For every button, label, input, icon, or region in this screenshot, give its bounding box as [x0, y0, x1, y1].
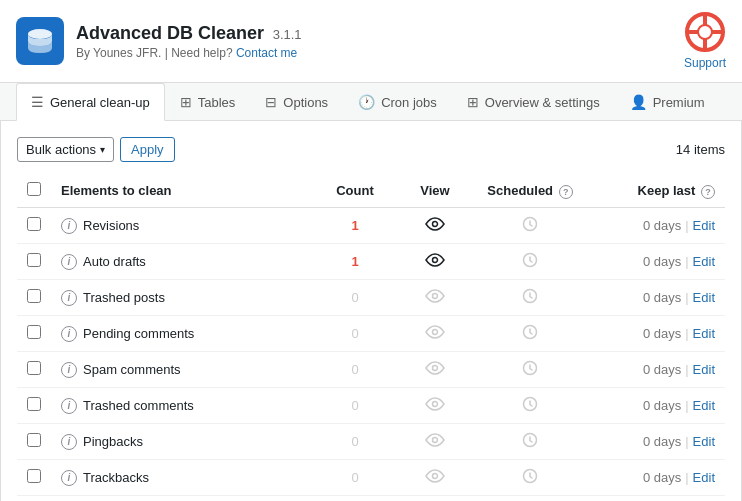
elements-table: Elements to clean Count View Scheduled ?… [17, 174, 725, 496]
row-checkbox-cell [17, 424, 51, 460]
separator-revisions: | [685, 218, 688, 233]
keep-last-help-icon[interactable]: ? [701, 185, 715, 199]
info-icon-pending-comments[interactable]: i [61, 326, 77, 342]
element-name-cell: i Trashed posts [51, 280, 315, 316]
tab-general-clean-up[interactable]: ☰ General clean-up [16, 83, 165, 121]
app-header: Advanced DB Cleaner 3.1.1 By Younes JFR.… [0, 0, 742, 83]
cron-clock-icon: 🕐 [358, 94, 375, 110]
info-icon-trackbacks[interactable]: i [61, 470, 77, 486]
info-icon-spam-comments[interactable]: i [61, 362, 77, 378]
tab-cron-jobs[interactable]: 🕐 Cron jobs [343, 83, 452, 121]
svg-point-15 [433, 474, 438, 479]
lifebuoy-icon [685, 12, 725, 52]
info-icon-trashed-comments[interactable]: i [61, 398, 77, 414]
row-checkbox-cell [17, 388, 51, 424]
info-icon-pingbacks[interactable]: i [61, 434, 77, 450]
view-cell-spam-comments [395, 352, 475, 388]
apply-button[interactable]: Apply [120, 137, 175, 162]
keep-days-auto-drafts: 0 days [643, 254, 681, 269]
edit-link-pingbacks[interactable]: Edit [693, 434, 715, 449]
app-logo-icon [16, 17, 64, 65]
contact-link[interactable]: Contact me [236, 46, 297, 60]
info-icon-trashed-posts[interactable]: i [61, 290, 77, 306]
element-name-cell: i Spam comments [51, 352, 315, 388]
app-title-group: Advanced DB Cleaner 3.1.1 By Younes JFR.… [76, 23, 302, 60]
edit-link-pending-comments[interactable]: Edit [693, 326, 715, 341]
row-checkbox-trashed-comments[interactable] [27, 397, 41, 411]
keep-last-cell-pingbacks: 0 days | Edit [585, 424, 725, 460]
table-header-row: Elements to clean Count View Scheduled ?… [17, 174, 725, 208]
svg-point-7 [433, 330, 438, 335]
tab-premium[interactable]: 👤 Premium [615, 83, 720, 121]
bulk-actions-dropdown[interactable]: Bulk actions ▾ [17, 137, 114, 162]
tab-overview-settings[interactable]: ⊞ Overview & settings [452, 83, 615, 121]
edit-link-trashed-posts[interactable]: Edit [693, 290, 715, 305]
scheduled-cell-trashed-posts[interactable] [475, 280, 585, 316]
scheduled-cell-trashed-comments[interactable] [475, 388, 585, 424]
info-icon-auto-drafts[interactable]: i [61, 254, 77, 270]
scheduled-cell-spam-comments[interactable] [475, 352, 585, 388]
svg-point-9 [433, 366, 438, 371]
keep-days-trashed-posts: 0 days [643, 290, 681, 305]
row-checkbox-spam-comments[interactable] [27, 361, 41, 375]
select-all-checkbox[interactable] [27, 182, 41, 196]
scheduled-cell-trackbacks[interactable] [475, 460, 585, 496]
app-info: Advanced DB Cleaner 3.1.1 By Younes JFR.… [16, 17, 302, 65]
separator-trashed-comments: | [685, 398, 688, 413]
view-cell-revisions[interactable] [395, 208, 475, 244]
count-value-pending-comments: 0 [351, 326, 358, 341]
row-checkbox-auto-drafts[interactable] [27, 253, 41, 267]
options-icon: ⊟ [265, 94, 277, 110]
scheduled-cell-auto-drafts[interactable] [475, 244, 585, 280]
view-cell-pingbacks [395, 424, 475, 460]
count-value-auto-drafts: 1 [351, 254, 358, 269]
grid-icon: ⊞ [467, 94, 479, 110]
row-checkbox-pending-comments[interactable] [27, 325, 41, 339]
keep-last-header: Keep last ? [585, 174, 725, 208]
row-checkbox-trashed-posts[interactable] [27, 289, 41, 303]
element-name-cell: i Trashed comments [51, 388, 315, 424]
view-cell-auto-drafts[interactable] [395, 244, 475, 280]
scheduled-cell-revisions[interactable] [475, 208, 585, 244]
row-checkbox-cell [17, 352, 51, 388]
scheduled-header: Scheduled ? [475, 174, 585, 208]
svg-point-3 [433, 258, 438, 263]
count-cell-pingbacks: 0 [315, 424, 395, 460]
tab-tables[interactable]: ⊞ Tables [165, 83, 251, 121]
scheduled-help-icon[interactable]: ? [559, 185, 573, 199]
table-icon: ⊞ [180, 94, 192, 110]
edit-link-revisions[interactable]: Edit [693, 218, 715, 233]
row-checkbox-revisions[interactable] [27, 217, 41, 231]
svg-point-11 [433, 402, 438, 407]
tab-options[interactable]: ⊟ Options [250, 83, 343, 121]
svg-point-5 [433, 294, 438, 299]
app-title: Advanced DB Cleaner 3.1.1 [76, 23, 302, 44]
keep-days-spam-comments: 0 days [643, 362, 681, 377]
support-label: Support [684, 56, 726, 70]
keep-last-cell-spam-comments: 0 days | Edit [585, 352, 725, 388]
element-label-auto-drafts: Auto drafts [83, 254, 146, 269]
support-button[interactable]: Support [684, 12, 726, 70]
count-value-spam-comments: 0 [351, 362, 358, 377]
scheduled-cell-pending-comments[interactable] [475, 316, 585, 352]
nav-tabs: ☰ General clean-up ⊞ Tables ⊟ Options 🕐 … [0, 83, 742, 121]
edit-link-spam-comments[interactable]: Edit [693, 362, 715, 377]
keep-days-pending-comments: 0 days [643, 326, 681, 341]
scheduled-cell-pingbacks[interactable] [475, 424, 585, 460]
svg-point-1 [433, 222, 438, 227]
view-cell-trashed-posts [395, 280, 475, 316]
edit-link-trashed-comments[interactable]: Edit [693, 398, 715, 413]
view-cell-trackbacks [395, 460, 475, 496]
toolbar-left: Bulk actions ▾ Apply [17, 137, 175, 162]
row-checkbox-cell [17, 244, 51, 280]
row-checkbox-cell [17, 316, 51, 352]
table-row: i Pingbacks 0 0 days | Edit [17, 424, 725, 460]
row-checkbox-pingbacks[interactable] [27, 433, 41, 447]
edit-link-trackbacks[interactable]: Edit [693, 470, 715, 485]
count-cell-trackbacks: 0 [315, 460, 395, 496]
element-name-group: i Spam comments [61, 362, 305, 378]
info-icon-revisions[interactable]: i [61, 218, 77, 234]
row-checkbox-trackbacks[interactable] [27, 469, 41, 483]
edit-link-auto-drafts[interactable]: Edit [693, 254, 715, 269]
svg-point-0 [28, 29, 52, 39]
